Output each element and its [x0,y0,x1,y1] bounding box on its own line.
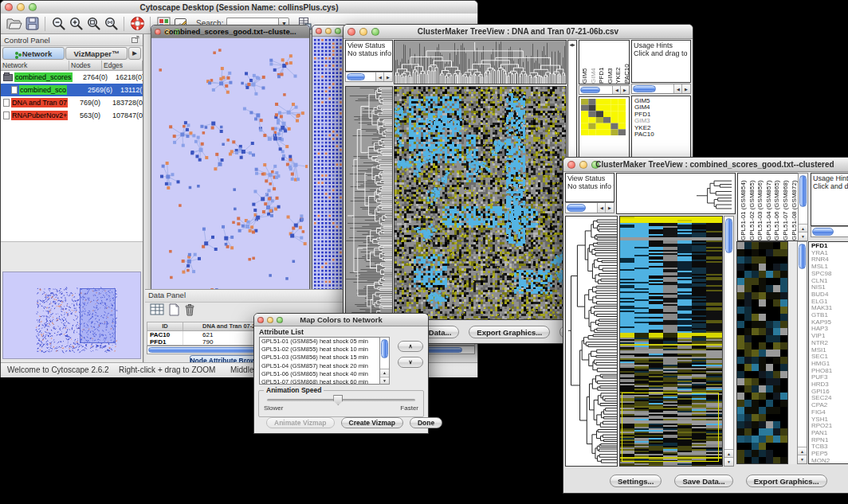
zoom-heatmap-canvas[interactable] [737,242,787,463]
zoom-fit-icon[interactable] [84,15,102,33]
column-label[interactable]: GPL51-03 (GSM856) [756,174,765,240]
overview-thumbnail-canvas[interactable] [3,272,140,358]
scroll-right-icon[interactable]: ▶ [383,72,392,81]
column-label[interactable]: GPL51-01 (GSM854) [740,174,748,240]
network-table-column-header[interactable]: Network [1,61,69,70]
scrollbar-thumb[interactable] [812,228,834,236]
scrollbar-thumb[interactable] [725,218,732,253]
attribute-list-item[interactable]: GPL51-07 (GSM868) heat shock 60 min [260,378,379,385]
column-label[interactable]: PFD1 [598,41,607,84]
network-overview-panel[interactable] [2,272,141,359]
open-file-icon[interactable] [6,15,23,33]
attribute-list-item[interactable]: GPL51-06 (GSM865) heat shock 40 min [260,370,379,378]
attribute-list[interactable]: GPL51-01 (GSM854) heat shock 05 minGPL51… [259,337,380,385]
column-label[interactable]: GPL51-06 (GSM865) [773,174,782,240]
zoom-in-icon[interactable] [67,15,84,33]
scroll-down-icon[interactable]: ▼ [798,455,807,463]
delete-attribute-trash-icon[interactable] [184,303,195,319]
network-view-titlebar[interactable]: combined_scores_good.txt--cluste... [151,25,309,38]
control-panel-tab[interactable]: Network [2,47,65,60]
treeview-dna-titlebar[interactable]: ClusterMaker TreeView : DNA and Tran 07-… [344,25,693,39]
scroll-right-icon[interactable]: ▶ [620,86,629,94]
network-canvas[interactable] [151,38,308,289]
slider-knob[interactable] [333,395,343,405]
network-table-row[interactable]: combined_sco 2569(6) 13112(15) [1,84,143,96]
maximize-icon[interactable] [335,28,341,34]
save-icon[interactable] [23,15,41,33]
scroll-up-icon[interactable]: ▲ [380,369,389,376]
close-icon[interactable] [316,28,322,34]
scroll-right-icon[interactable]: ▶ [605,203,614,213]
new-attribute-icon[interactable] [169,303,179,319]
create-vizmap-button[interactable]: Create Vizmap [341,417,403,428]
column-label[interactable]: GIM5 [581,41,590,84]
move-down-button[interactable]: ∨ [398,357,423,368]
scrollbar-thumb[interactable] [381,339,388,358]
column-labels-scrollbar[interactable]: ▲ ▼ [798,173,808,241]
view-status-scrollbar[interactable]: ◀ ▶ [565,202,614,213]
scrollbar-thumb[interactable] [799,244,806,269]
usage-hints-scrollbar[interactable]: ◀ ▶ [811,226,848,237]
network-table-row[interactable]: RNAPuberNov2+ 563(0) 107847(0) [1,109,143,122]
control-panel-tab[interactable]: ▶ [128,47,141,60]
scroll-down-icon[interactable]: ▼ [380,377,389,384]
gene-list-scrollbar[interactable]: ▲ ▼ [797,241,807,464]
attribute-list-item[interactable]: GPL51-02 (GSM855) heat shock 10 min [260,346,379,354]
attribute-select-icon[interactable] [150,303,164,319]
column-label[interactable]: GPL51-02 (GSM855) [748,174,757,240]
network-table-column-header[interactable]: Edges [102,61,143,70]
heatmap-canvas[interactable] [395,87,566,319]
global-heatmap-canvas[interactable] [620,217,722,466]
scrollbar-thumb[interactable] [567,204,586,212]
global-heatmap-scrollbar[interactable]: ▲ ▼ [724,216,734,467]
matrix-labels-scrollbar[interactable]: ◀ ▶ [579,85,630,95]
scroll-down-icon[interactable]: ▼ [724,457,733,466]
view-status-scrollbar[interactable]: ◀ ▶ [345,72,393,82]
treeview-action-button[interactable]: Save Data... [674,475,732,487]
animate-vizmap-button[interactable]: Animate Vizmap [266,417,335,428]
column-label[interactable]: GPL51-07 (GSM868) [782,174,791,240]
column-label[interactable]: GPL51-04 (GSM857) [765,174,774,240]
network-table-column-header[interactable]: Nodes [69,61,102,70]
gene-dendrogram-canvas[interactable] [346,87,392,319]
column-label[interactable]: PAC10 [623,41,629,84]
minimize-icon[interactable] [325,28,332,34]
zoom-out-icon[interactable] [49,15,67,33]
column-label[interactable]: GPL51-08 (GSM872) [791,174,798,240]
scrollbar-thumb[interactable] [799,175,807,207]
attribute-list-item[interactable]: GPL51-04 (GSM857) heat shock 20 min [260,362,379,370]
attribute-list-item[interactable]: GPL51-03 (GSM856) heat shock 15 min [260,354,379,361]
network-table-row[interactable]: DNA and Tran 07 769(0) 183728(0) [1,96,143,109]
scrollbar-thumb[interactable] [633,85,656,92]
help-lifering-icon[interactable] [128,15,146,33]
scroll-right-icon[interactable]: ▶ [681,84,690,93]
scrollbar-thumb[interactable] [347,73,365,80]
scroll-arrows-icon[interactable]: ◀▶ [568,41,576,47]
move-up-button[interactable]: ∧ [398,341,423,352]
control-panel-tab[interactable]: VizMapper™ [65,47,128,60]
network-table-row[interactable]: combined_scores 2764(0) 16218(0) [1,71,143,84]
treeview-combined-titlebar[interactable]: ClusterMaker TreeView : combined_scores_… [563,158,848,172]
attribute-list-scrollbar[interactable]: ▲ ▼ [379,337,390,385]
scrollbar-thumb[interactable] [580,87,600,93]
row-label[interactable]: PAC10 [632,131,690,138]
done-button[interactable]: Done [410,417,442,428]
zoom-selected-icon[interactable] [102,15,120,33]
scroll-down-icon[interactable]: ▼ [799,232,807,240]
attribute-list-item[interactable]: GPL51-01 (GSM854) heat shock 05 min [260,338,379,346]
attribute-table-column-header[interactable]: ID [147,322,183,330]
column-label[interactable]: GIM3 [607,41,615,84]
main-titlebar[interactable]: Cytoscape Desktop (Session Name: collins… [1,1,477,14]
gene-dendrogram-canvas[interactable] [566,217,617,466]
treeview-action-button[interactable]: Settings... [610,475,662,487]
array-dendrogram-canvas[interactable] [395,41,566,84]
mini-dendrogram-canvas[interactable] [617,174,735,213]
gene-label[interactable]: MON2 [809,458,848,464]
correlation-matrix-canvas[interactable] [581,99,626,135]
treeview-action-button[interactable]: Export Graphics... [746,475,827,487]
usage-hints-scrollbar[interactable]: ◀ ▶ [631,84,691,94]
column-label[interactable]: GIM4 [590,41,599,84]
animation-speed-slider[interactable] [267,399,415,401]
float-panel-icon[interactable] [132,36,139,45]
dialog-titlebar[interactable]: Map Colors to Network [254,314,428,326]
